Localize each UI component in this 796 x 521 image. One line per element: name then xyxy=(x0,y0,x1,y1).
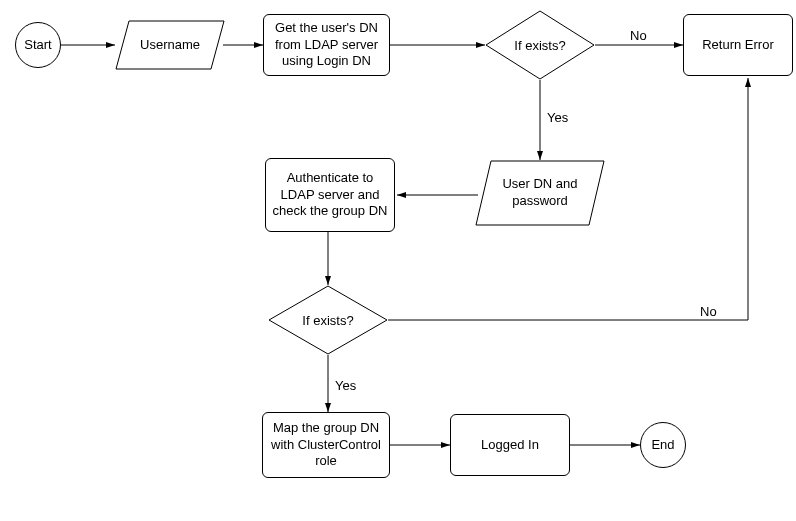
exists2-node: If exists? xyxy=(268,285,388,355)
start-label: Start xyxy=(24,37,51,54)
auth-group-label: Authenticate to LDAP server and check th… xyxy=(272,170,388,221)
user-dn-pw-label: User DN and password xyxy=(489,176,591,210)
username-label: Username xyxy=(140,37,200,54)
exists1-label: If exists? xyxy=(514,38,565,53)
auth-group-node: Authenticate to LDAP server and check th… xyxy=(265,158,395,232)
return-error-node: Return Error xyxy=(683,14,793,76)
return-error-label: Return Error xyxy=(702,37,774,54)
user-dn-pw-node: User DN and password xyxy=(475,160,605,226)
get-dn-node: Get the user's DN from LDAP server using… xyxy=(263,14,390,76)
exists2-label: If exists? xyxy=(302,313,353,328)
start-node: Start xyxy=(15,22,61,68)
logged-in-label: Logged In xyxy=(481,437,539,454)
logged-in-node: Logged In xyxy=(450,414,570,476)
exists1-node: If exists? xyxy=(485,10,595,80)
username-node: Username xyxy=(115,20,225,70)
exists2-no-label: No xyxy=(700,304,717,319)
map-group-node: Map the group DN with ClusterControl rol… xyxy=(262,412,390,478)
end-node: End xyxy=(640,422,686,468)
exists1-no-label: No xyxy=(630,28,647,43)
map-group-label: Map the group DN with ClusterControl rol… xyxy=(269,420,383,471)
exists1-yes-label: Yes xyxy=(547,110,568,125)
flowchart: Start Username Get the user's DN from LD… xyxy=(0,0,796,521)
get-dn-label: Get the user's DN from LDAP server using… xyxy=(270,20,383,71)
exists2-yes-label: Yes xyxy=(335,378,356,393)
end-label: End xyxy=(651,437,674,454)
